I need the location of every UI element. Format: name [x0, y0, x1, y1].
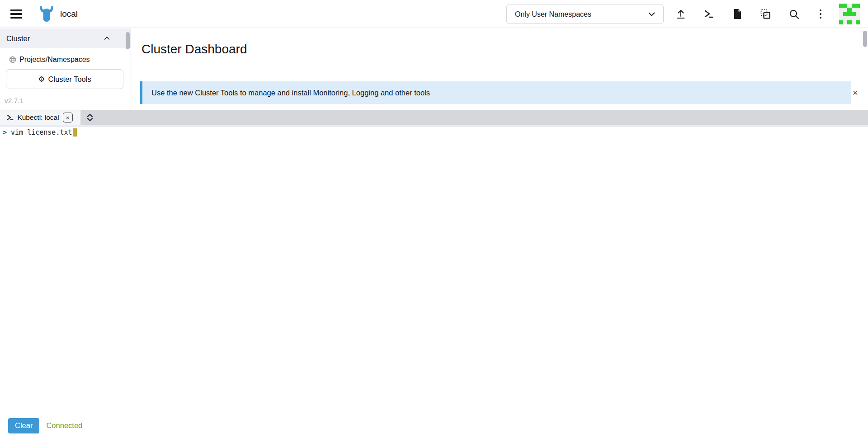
terminal-panel: Kubectl: local × > vim license.txt Clear…: [0, 110, 868, 438]
view-yaml-button[interactable]: [729, 6, 745, 22]
app-root: local Only User Namespaces: [0, 0, 868, 438]
file-icon: [733, 9, 742, 19]
page-title: Cluster Dashboard: [142, 42, 247, 57]
namespace-filter-value: Only User Namespaces: [515, 10, 591, 19]
chevron-up-icon: [104, 36, 110, 40]
user-avatar-grid: [839, 4, 860, 24]
top-header: local Only User Namespaces: [0, 0, 868, 28]
globe-icon: [9, 56, 16, 63]
tab-close-button[interactable]: ×: [63, 113, 73, 122]
main-scrollbar-thumb[interactable]: [863, 31, 867, 47]
search-button[interactable]: [786, 6, 802, 22]
chevron-down-icon: [648, 12, 655, 16]
kubectl-shell-button[interactable]: [701, 6, 717, 22]
header-kebab-menu-button[interactable]: [812, 6, 829, 22]
user-avatar[interactable]: [839, 4, 860, 24]
main-content: Cluster Dashboard Use the new Cluster To…: [132, 28, 868, 110]
terminal-icon: [704, 9, 714, 19]
upload-icon: [675, 9, 686, 19]
gear-icon: ⚙: [38, 75, 45, 83]
cluster-tools-label: Cluster Tools: [48, 75, 91, 84]
copy-resource-button[interactable]: [757, 6, 774, 22]
kebab-menu-icon: [820, 9, 822, 19]
terminal-cursor: [73, 128, 77, 137]
sidebar-section-cluster[interactable]: Cluster: [0, 28, 131, 48]
terminal-footer: Clear Connected: [0, 413, 868, 438]
version-label: v2.7.1: [5, 97, 24, 105]
copy-icon: [760, 9, 771, 19]
tab-terminal-icon: [7, 114, 14, 121]
connection-status: Connected: [46, 421, 82, 430]
terminal-output[interactable]: > vim license.txt: [0, 127, 868, 413]
info-banner-text: Use the new Cluster Tools to manage and …: [151, 89, 430, 97]
cluster-tools-button[interactable]: ⚙ Cluster Tools: [6, 69, 123, 89]
main-scrollbar[interactable]: [862, 28, 868, 110]
info-banner: Use the new Cluster Tools to manage and …: [140, 81, 851, 104]
sidebar-item-projects-namespaces[interactable]: Projects/Namespaces: [0, 54, 131, 66]
rancher-logo-icon[interactable]: [38, 6, 55, 22]
tab-kubectl-local[interactable]: Kubectl: local ×: [0, 110, 80, 125]
namespace-filter-dropdown[interactable]: Only User Namespaces: [506, 5, 664, 24]
clear-button[interactable]: Clear: [8, 418, 39, 433]
sidebar-item-label: Projects/Namespaces: [19, 56, 90, 64]
sidebar-scrollbar-thumb[interactable]: [126, 32, 130, 49]
cluster-name: local: [60, 9, 78, 19]
sidebar-section-label: Cluster: [6, 34, 30, 43]
unfold-vertical-icon: [87, 113, 93, 122]
import-yaml-button[interactable]: [673, 6, 689, 22]
terminal-line: > vim license.txt: [3, 128, 72, 137]
search-icon: [789, 9, 799, 19]
terminal-tab-bar: Kubectl: local ×: [0, 110, 868, 125]
sidebar: Cluster Projects/Namespaces ⚙ Cluster To…: [0, 28, 131, 110]
hamburger-icon: [10, 9, 22, 11]
main-menu-button[interactable]: [10, 9, 22, 19]
expand-panel-button[interactable]: [84, 110, 96, 125]
tab-label: Kubectl: local: [17, 113, 59, 122]
banner-close-button[interactable]: ×: [853, 88, 858, 97]
